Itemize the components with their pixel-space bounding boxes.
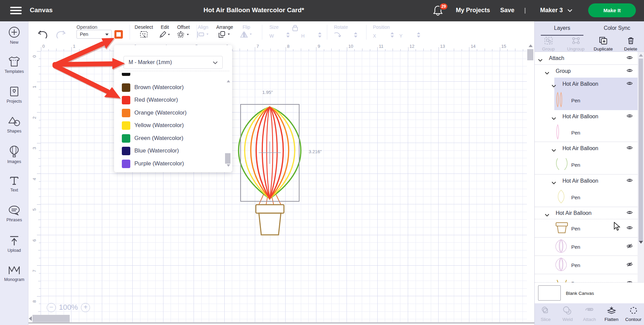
vertical-scrollbar-thumb[interactable] xyxy=(527,49,533,60)
layer-pen-row[interactable]: Pen xyxy=(535,155,638,175)
layer-pen-row[interactable]: Pen xyxy=(535,90,638,110)
flatten-icon xyxy=(607,306,616,315)
machine-selector[interactable]: Maker 3 xyxy=(540,7,573,14)
delete-button[interactable]: Delete xyxy=(617,36,644,52)
eye-icon[interactable] xyxy=(626,225,633,231)
sidebar-item-new[interactable]: New xyxy=(0,21,28,51)
sidebar-item-monogram[interactable]: Monogram xyxy=(0,260,28,290)
scroll-up-arrow[interactable] xyxy=(529,44,533,47)
expand-chevron-icon[interactable] xyxy=(552,83,556,89)
attach-button[interactable]: Attach xyxy=(579,303,601,325)
color-option-orange[interactable]: Orange (Watercolor) xyxy=(114,109,226,119)
ungroup-button[interactable]: Ungroup xyxy=(562,36,590,52)
slice-button[interactable]: Slice xyxy=(535,303,557,325)
selection-bounding-box[interactable] xyxy=(240,104,299,202)
group-button[interactable]: Group xyxy=(535,36,562,52)
position-y-stepper[interactable] xyxy=(417,32,420,38)
rotate-stepper[interactable] xyxy=(354,32,357,38)
notifications-button[interactable]: 29 xyxy=(433,5,448,18)
eye-icon[interactable] xyxy=(626,210,633,216)
layer-pen-row[interactable]: Pen xyxy=(535,123,638,142)
eye-icon[interactable] xyxy=(626,81,633,87)
layer-pen-row[interactable]: Pen xyxy=(535,274,638,282)
dropdown-scrollbar-thumb[interactable] xyxy=(225,153,230,164)
tab-color-sync[interactable]: Color Sync xyxy=(590,21,644,36)
size-w-stepper[interactable] xyxy=(286,32,290,38)
horizontal-scrollbar-thumb[interactable] xyxy=(32,315,70,322)
eye-off-icon[interactable] xyxy=(626,262,633,268)
expand-chevron-icon[interactable] xyxy=(552,115,556,121)
make-it-button[interactable]: Make It xyxy=(588,3,636,17)
position-x-stepper[interactable] xyxy=(391,32,394,38)
eye-icon[interactable] xyxy=(626,114,633,120)
color-option-yellow[interactable]: Yellow (Watercolor) xyxy=(114,121,226,131)
layer-group-row[interactable]: Hot Air Balloon xyxy=(535,207,638,219)
pen-tip-select[interactable]: M - Marker (1mm) xyxy=(124,56,223,69)
layers-scroll-up[interactable] xyxy=(639,54,643,57)
menu-icon[interactable] xyxy=(10,7,22,15)
save-link[interactable]: Save xyxy=(500,7,514,14)
expand-chevron-icon[interactable] xyxy=(545,70,549,76)
layers-scrollbar-thumb[interactable] xyxy=(639,59,643,242)
dropdown-scroll-up[interactable] xyxy=(227,80,230,82)
scroll-left-arrow[interactable] xyxy=(29,316,32,321)
flatten-button[interactable]: Flatten xyxy=(600,303,622,325)
align-button[interactable]: Align xyxy=(193,21,214,39)
layer-pen-row[interactable]: Pen xyxy=(535,187,638,207)
sidebar-item-shapes[interactable]: Shapes xyxy=(0,111,28,141)
layer-group-row[interactable]: Hot Air Balloon xyxy=(535,78,638,90)
eye-icon[interactable] xyxy=(626,178,633,184)
layer-group-row[interactable]: Hot Air Balloon xyxy=(535,110,638,123)
zoom-in-button[interactable]: + xyxy=(81,303,90,312)
zoom-out-button[interactable]: − xyxy=(47,303,56,312)
layer-pen-row[interactable]: Pen xyxy=(535,238,638,256)
size-h-stepper[interactable] xyxy=(318,32,321,38)
layers-scroll-down[interactable] xyxy=(639,241,643,244)
eye-icon[interactable] xyxy=(626,55,633,61)
offset-button[interactable]: Offset xyxy=(174,21,193,40)
sidebar-item-projects[interactable]: Projects xyxy=(0,81,28,111)
sidebar-item-images[interactable]: Images xyxy=(0,141,28,170)
layer-group-row[interactable]: Hot Air Balloon xyxy=(535,175,638,187)
eye-off-icon[interactable] xyxy=(626,243,633,250)
page-title: Canvas xyxy=(30,6,53,14)
my-projects-link[interactable]: My Projects xyxy=(456,7,490,14)
sidebar-item-templates[interactable]: Templates xyxy=(0,51,28,81)
expand-chevron-icon[interactable] xyxy=(552,147,556,153)
layer-pen-row[interactable]: Pen xyxy=(535,256,638,274)
color-option-brown[interactable]: Brown (Watercolor) xyxy=(114,83,226,94)
deselect-button[interactable]: Deselect xyxy=(132,21,156,40)
layer-group-row[interactable]: Group xyxy=(535,65,638,78)
eye-icon[interactable] xyxy=(626,145,633,151)
flip-button[interactable]: Flip xyxy=(236,21,257,40)
color-option-purple[interactable]: Purple (Watercolor) xyxy=(114,160,226,170)
blank-canvas-row[interactable]: Blank Canvas xyxy=(535,282,644,303)
layer-group-row[interactable]: Attach xyxy=(535,52,638,65)
weld-button[interactable]: Weld xyxy=(557,303,579,325)
edit-button[interactable]: Edit xyxy=(157,21,172,40)
dropdown-scroll-down[interactable] xyxy=(227,164,230,167)
sidebar-item-upload[interactable]: Upload xyxy=(0,230,28,260)
tab-layers[interactable]: Layers xyxy=(535,21,590,36)
arrange-button[interactable]: Arrange xyxy=(214,21,235,40)
color-option-red[interactable]: Red (Watercolor) xyxy=(114,96,226,106)
expand-chevron-icon[interactable] xyxy=(552,180,556,186)
layer-pen-row[interactable]: Pen xyxy=(535,219,638,238)
color-option-blue[interactable]: Blue (Watercolor) xyxy=(114,147,226,157)
expand-chevron-icon[interactable] xyxy=(538,57,542,63)
contour-button[interactable]: Contour xyxy=(622,303,644,325)
lock-icon[interactable] xyxy=(292,24,298,32)
redo-icon[interactable] xyxy=(55,30,66,39)
color-option-green[interactable]: Green (Watercolor) xyxy=(114,134,226,144)
layer-group-row[interactable]: Hot Air Balloon xyxy=(535,142,638,155)
color-option-partial[interactable] xyxy=(114,73,226,76)
sidebar-item-phrases[interactable]: Phrases xyxy=(0,200,28,230)
expand-chevron-icon[interactable] xyxy=(545,212,549,218)
eye-icon[interactable] xyxy=(626,68,633,74)
undo-icon[interactable] xyxy=(37,30,49,39)
pen-color-swatch[interactable] xyxy=(114,30,123,39)
design-canvas[interactable]: 0123456789101112131415 012345678 1.95" 3 xyxy=(28,43,534,325)
sidebar-item-text[interactable]: Text xyxy=(0,170,28,200)
duplicate-button[interactable]: Duplicate xyxy=(590,36,617,52)
operation-select[interactable]: Pen xyxy=(76,30,112,39)
